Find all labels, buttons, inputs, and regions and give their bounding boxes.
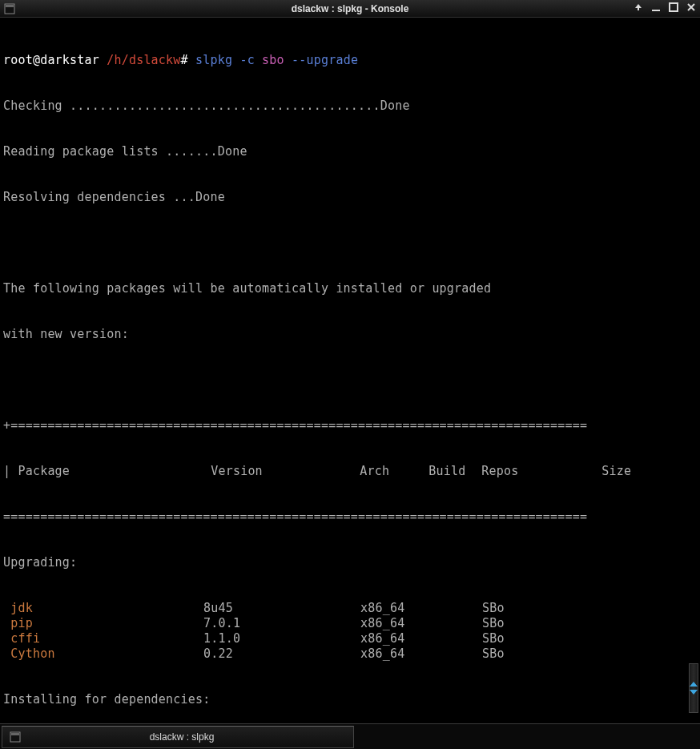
terminal-output[interactable]: root@darkstar /h/dslackw# slpkg -c sbo -… [0,18,700,749]
package-row: Cython0.22x86_64SBo [3,646,697,662]
intro-line-2: with new version: [3,327,697,342]
terminal-tab[interactable]: dslackw : slpkg [2,726,354,748]
keep-above-icon[interactable] [633,2,644,13]
tab-bar: dslackw : slpkg [0,723,700,749]
svg-rect-3 [652,10,660,11]
vertical-scrollbar[interactable] [689,663,698,713]
svg-rect-1 [6,5,14,7]
package-arch: x86_64 [360,601,482,616]
svg-rect-4 [670,3,678,11]
prompt-symbol: # [181,53,188,67]
package-name: Cython [3,646,203,662]
package-row: pip7.0.1x86_64SBo [3,616,697,631]
table-border-mid: ========================================… [3,509,697,525]
checking-line: Checking ...............................… [3,99,697,114]
cmd-repo: sbo [262,53,284,67]
package-version: 8u45 [203,601,360,616]
package-repo: SBo [482,646,505,661]
package-name: jdk [3,601,203,616]
intro-line-1: The following packages will be automatic… [3,281,697,296]
minimize-button[interactable] [650,2,662,13]
app-icon [3,2,16,15]
package-version: 1.1.0 [203,631,360,646]
package-repo: SBo [482,631,505,646]
scroll-up-icon[interactable] [690,682,698,687]
svg-rect-6 [11,733,19,735]
maximize-button[interactable] [668,2,679,13]
package-version: 0.22 [203,646,360,662]
package-arch: x86_64 [360,631,482,646]
terminal-tab-icon [9,731,22,743]
prompt-cwd: /h/dslackw [107,53,180,67]
scroll-down-icon[interactable] [690,690,698,695]
cmd-opt: --upgrade [292,53,358,67]
package-arch: x86_64 [360,646,482,662]
package-version: 7.0.1 [203,616,360,631]
prompt-user-host: root@darkstar [3,53,99,67]
svg-rect-2 [638,8,639,10]
cmd-flag: -c [239,53,254,67]
prompt-line: root@darkstar /h/dslackw# slpkg -c sbo -… [3,53,697,68]
package-arch: x86_64 [360,616,482,631]
package-repo: SBo [482,601,505,615]
package-name: pip [3,616,203,631]
resolving-line: Resolving dependencies ...Done [3,190,697,205]
window-titlebar: dslackw : slpkg - Konsole [0,0,700,18]
package-repo: SBo [482,616,505,630]
table-header: | PackageVersionArchBuildReposSize [3,464,697,479]
cmd-prog: slpkg [195,53,232,67]
reading-line: Reading package lists .......Done [3,144,697,159]
package-name: cffi [3,631,203,646]
package-row: cffi1.1.0x86_64SBo [3,631,697,646]
blank-line [3,372,697,388]
terminal-tab-label: dslackw : slpkg [26,731,353,743]
close-button[interactable] [686,2,697,13]
window-title: dslackw : slpkg - Konsole [0,3,700,14]
upgrading-label: Upgrading: [3,555,697,570]
installing-deps-label: Installing for dependencies: [3,692,697,707]
blank-line [3,236,697,251]
table-border-top: +=======================================… [3,418,697,433]
package-row: jdk8u45x86_64SBo [3,601,697,616]
